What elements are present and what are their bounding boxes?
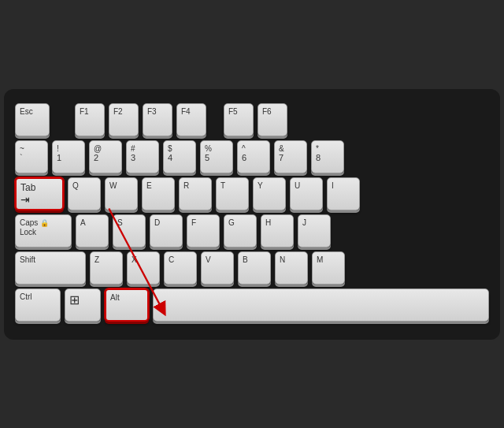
key-d[interactable]: D	[150, 214, 183, 247]
bottom-key-row: Ctrl ⊞ Alt	[15, 288, 489, 322]
key-5[interactable]: % 5	[200, 140, 233, 173]
key-3[interactable]: # 3	[126, 140, 159, 173]
key-4[interactable]: $ 4	[163, 140, 196, 173]
fn-key-row: Esc F1 F2 F3 F4 F5 F6	[15, 103, 489, 136]
number-key-row: ~ ` ! 1 @ 2 # 3 $ 4 % 5 ^ 6 & 7	[15, 140, 489, 173]
key-f5[interactable]: F5	[224, 103, 254, 136]
key-6[interactable]: ^ 6	[237, 140, 270, 173]
key-7[interactable]: & 7	[274, 140, 307, 173]
key-1[interactable]: ! 1	[52, 140, 85, 173]
key-q[interactable]: Q	[68, 177, 101, 210]
key-n[interactable]: N	[275, 251, 308, 285]
key-b[interactable]: B	[238, 251, 271, 285]
key-m[interactable]: M	[312, 251, 345, 285]
key-u[interactable]: U	[290, 177, 323, 210]
key-capslock[interactable]: Caps 🔒 Lock	[15, 214, 72, 247]
key-8[interactable]: * 8	[311, 140, 344, 173]
asdf-key-row: Caps 🔒 Lock A S D F G H J	[15, 214, 489, 247]
qwerty-key-row: Tab ⇥ Q W E R T Y U I	[15, 177, 489, 210]
key-alt-left[interactable]: Alt	[105, 288, 149, 322]
key-e[interactable]: E	[142, 177, 175, 210]
key-tilde[interactable]: ~ `	[15, 140, 48, 173]
key-w[interactable]: W	[105, 177, 138, 210]
key-a[interactable]: A	[76, 214, 109, 247]
key-y[interactable]: Y	[253, 177, 286, 210]
key-j[interactable]: J	[298, 214, 331, 247]
key-f6[interactable]: F6	[258, 103, 287, 136]
key-f1[interactable]: F1	[75, 103, 105, 136]
key-f3[interactable]: F3	[143, 103, 172, 136]
key-v[interactable]: V	[201, 251, 234, 285]
key-z[interactable]: Z	[90, 251, 123, 285]
key-f2[interactable]: F2	[109, 103, 139, 136]
key-s[interactable]: S	[113, 214, 146, 247]
key-g[interactable]: G	[224, 214, 257, 247]
key-shift-left[interactable]: Shift	[15, 251, 86, 285]
key-tab[interactable]: Tab ⇥	[15, 177, 64, 210]
key-esc[interactable]: Esc	[15, 103, 50, 136]
key-f[interactable]: F	[187, 214, 220, 247]
key-windows[interactable]: ⊞	[65, 288, 101, 322]
key-r[interactable]: R	[179, 177, 212, 210]
key-x[interactable]: X	[127, 251, 160, 285]
key-t[interactable]: T	[216, 177, 249, 210]
key-f4[interactable]: F4	[176, 103, 206, 136]
shift-key-row: Shift Z X C V B N M	[15, 251, 489, 285]
key-i[interactable]: I	[327, 177, 360, 210]
key-h[interactable]: H	[261, 214, 294, 247]
key-c[interactable]: C	[164, 251, 197, 285]
key-2[interactable]: @ 2	[89, 140, 122, 173]
key-space[interactable]	[153, 288, 489, 322]
key-ctrl-left[interactable]: Ctrl	[15, 288, 61, 322]
keyboard: Esc F1 F2 F3 F4 F5 F6 ~ ` ! 1	[4, 89, 500, 340]
